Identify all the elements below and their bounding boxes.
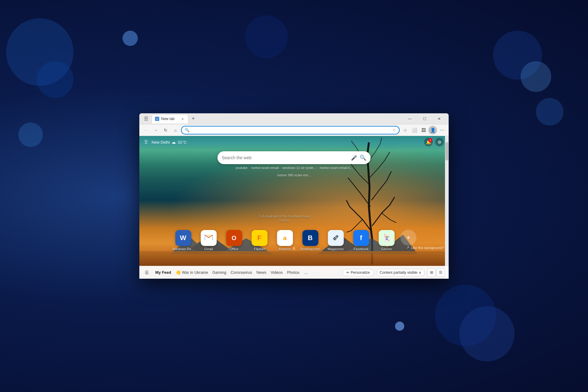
suggestion-2[interactable]: norton scam email: [251, 166, 279, 170]
active-tab[interactable]: e New tab ✕: [152, 114, 188, 123]
quick-link-office[interactable]: O Office: [223, 230, 246, 251]
games-icon: 🃏: [379, 230, 394, 246]
suggestion-5[interactable]: norton 360 scam em...: [277, 173, 311, 177]
maximize-button[interactable]: ☐: [417, 114, 432, 123]
gmail-icon: [201, 230, 217, 246]
more-options-button[interactable]: ⋯: [438, 126, 446, 134]
office-icon: O: [226, 230, 242, 246]
personalize-button[interactable]: ✏ Personalize: [342, 269, 374, 276]
feed-tabs: 🟡 War in Ukraine Gaming Coronavirus News…: [176, 270, 300, 275]
feed-tab-photos[interactable]: Photos: [287, 270, 299, 275]
browser-window: ☰ e New tab ✕ + — ☐ ✕ ← → ↻ ⌂ 🔍 ☆ ☆: [139, 113, 449, 279]
search-box: 🎤 🔍: [217, 151, 371, 164]
chevron-down-icon: ∨: [419, 270, 421, 275]
address-bar[interactable]: 🔍 ☆: [181, 126, 400, 134]
games-label: Games: [381, 247, 392, 251]
photos-label: Photos: [287, 270, 299, 275]
like-label: Like this background?: [411, 246, 444, 250]
tab-close-button[interactable]: ✕: [180, 116, 185, 121]
suggestion-1[interactable]: youtube: [236, 166, 247, 170]
address-input[interactable]: [191, 128, 390, 132]
newtab-topbar: ⠿ New Delhi ☁ 31°C 🔔 4 ⚙: [139, 136, 449, 148]
tab-strip: e New tab ✕ +: [152, 114, 403, 123]
content-visibility-button[interactable]: Content partially visible ∨: [376, 269, 425, 276]
war-ukraine-flag: 🟡: [176, 270, 181, 275]
apps-grid-icon[interactable]: ⠿: [144, 139, 148, 145]
gmail-label: Gmail: [204, 247, 213, 251]
gaming-label: Gaming: [213, 270, 227, 275]
news-label: News: [256, 270, 266, 275]
flipkart-label: Flipkart: [254, 247, 265, 251]
home-button[interactable]: ⌂: [171, 126, 180, 134]
new-tab-button[interactable]: +: [189, 115, 198, 123]
quick-link-magazines[interactable]: 🗞 Magazines: [324, 230, 347, 251]
quick-links: W Windows Re... Gmail O Office: [172, 230, 417, 251]
immersive-reader-button[interactable]: 🖼: [419, 126, 428, 134]
search-input[interactable]: [222, 155, 349, 160]
feed-tab-news[interactable]: News: [256, 270, 266, 275]
magazines-icon: 🗞: [328, 230, 344, 246]
suggestion-4[interactable]: norton scam email li...: [320, 166, 352, 170]
location-weather: New Delhi ☁ 31°C: [152, 140, 187, 145]
windows-reader-icon: W: [175, 230, 191, 246]
favorites-button[interactable]: ☆: [401, 126, 409, 134]
forward-button[interactable]: →: [152, 126, 160, 134]
list-view-button[interactable]: ☰: [436, 268, 445, 277]
quick-link-booking[interactable]: B Booking.com: [299, 230, 322, 251]
photo-info[interactable]: ↗ Like this background?: [406, 246, 444, 250]
booking-label: Booking.com: [300, 247, 320, 251]
add-site-button[interactable]: +: [401, 230, 417, 246]
suggestion-3[interactable]: windows 11 se syste...: [282, 166, 316, 170]
nav-right-icons: ☆ ⬜ 🖼 👤 ⋯: [401, 126, 446, 134]
navigation-bar: ← → ↻ ⌂ 🔍 ☆ ☆ ⬜ 🖼 👤 ⋯: [139, 124, 449, 136]
microphone-icon[interactable]: 🎤: [351, 155, 357, 161]
favorites-icon[interactable]: ☆: [392, 128, 396, 132]
magazines-label: Magazines: [327, 247, 344, 251]
temperature-text: 31°C: [178, 140, 187, 145]
war-ukraine-label: War in Ukraine: [182, 270, 208, 275]
grid-view-button[interactable]: ⊞: [427, 268, 436, 277]
quick-link-gmail[interactable]: Gmail: [197, 230, 220, 251]
back-button[interactable]: ←: [142, 126, 150, 134]
quick-link-flipkart[interactable]: F Flipkart: [248, 230, 271, 251]
videos-label: Videos: [271, 270, 283, 275]
notification-button[interactable]: 🔔 4: [424, 138, 433, 146]
search-button[interactable]: 🔍: [360, 154, 366, 161]
quick-link-amazon[interactable]: a Amazon: [273, 230, 296, 251]
coronavirus-label: Coronavirus: [231, 270, 252, 275]
scrollbar[interactable]: [445, 136, 449, 279]
notification-badge: 4: [428, 138, 432, 142]
feed-tab-war-ukraine[interactable]: 🟡 War in Ukraine: [176, 270, 208, 275]
feed-tab-gaming[interactable]: Gaming: [213, 270, 227, 275]
profile-button[interactable]: 👤: [428, 126, 437, 134]
office-label: Office: [230, 247, 239, 251]
location-text: New Delhi: [152, 140, 170, 145]
feed-tab-videos[interactable]: Videos: [271, 270, 283, 275]
settings-button[interactable]: ⚙: [435, 138, 444, 146]
collections-button[interactable]: ⬜: [410, 126, 419, 134]
feed-more-button[interactable]: ...: [304, 270, 308, 275]
feed-right-controls: ✏ Personalize Content partially visible …: [342, 268, 445, 277]
facebook-icon: f: [353, 230, 369, 246]
quick-link-facebook[interactable]: f Facebook: [350, 230, 373, 251]
personalize-label: Personalize: [351, 270, 370, 275]
quick-link-games[interactable]: 🃏 Games: [375, 230, 398, 251]
minimize-button[interactable]: —: [403, 114, 417, 123]
close-button[interactable]: ✕: [432, 114, 446, 123]
newtab-topbar-right: 🔔 4 ⚙: [424, 138, 444, 146]
hamburger-button[interactable]: ☰: [143, 269, 150, 276]
personalize-icon: ✏: [346, 270, 349, 275]
reload-button[interactable]: ↻: [161, 126, 170, 134]
booking-icon: B: [302, 230, 318, 246]
flipkart-icon: F: [251, 230, 267, 246]
sidebar-toggle-button[interactable]: ☰: [142, 115, 150, 123]
search-area: 🎤 🔍 youtube norton scam email windows 11…: [217, 151, 371, 177]
feed-tab-coronavirus[interactable]: Coronavirus: [231, 270, 252, 275]
layout-buttons: ⊞ ☰: [427, 268, 445, 277]
amazon-icon: a: [277, 230, 293, 246]
title-bar: ☰ e New tab ✕ + — ☐ ✕: [139, 113, 449, 124]
photo-caption: ⓘ A small part of this Southeast Asian c…: [254, 214, 315, 222]
facebook-label: Facebook: [354, 247, 368, 251]
tab-label: New tab: [161, 117, 178, 121]
quick-link-windows-reader[interactable]: W Windows Re...: [172, 230, 195, 251]
